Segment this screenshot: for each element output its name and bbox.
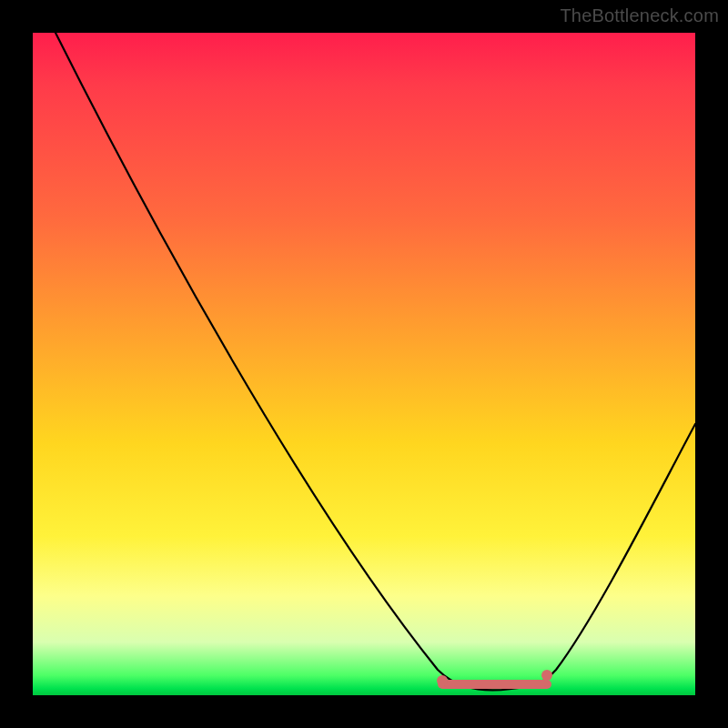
optimal-segment-start [437, 675, 448, 686]
optimal-segment-end [541, 670, 552, 681]
watermark-text: TheBottleneck.com [560, 5, 719, 26]
bottleneck-curve [56, 33, 695, 690]
chart-frame: TheBottleneck.com [0, 0, 728, 728]
plot-area [33, 33, 695, 695]
curve-layer [33, 33, 695, 695]
